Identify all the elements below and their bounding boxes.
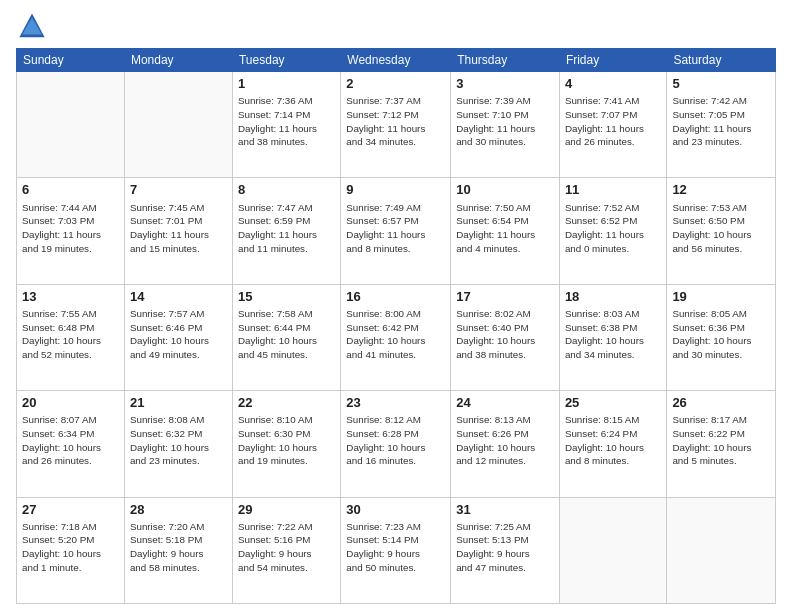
day-number: 8 xyxy=(238,181,335,199)
day-info: Sunrise: 8:05 AM Sunset: 6:36 PM Dayligh… xyxy=(672,307,770,362)
day-info: Sunrise: 7:25 AM Sunset: 5:13 PM Dayligh… xyxy=(456,520,554,575)
day-info: Sunrise: 8:15 AM Sunset: 6:24 PM Dayligh… xyxy=(565,413,662,468)
day-number: 14 xyxy=(130,288,227,306)
day-number: 6 xyxy=(22,181,119,199)
day-info: Sunrise: 8:07 AM Sunset: 6:34 PM Dayligh… xyxy=(22,413,119,468)
day-number: 20 xyxy=(22,394,119,412)
calendar-cell: 30Sunrise: 7:23 AM Sunset: 5:14 PM Dayli… xyxy=(341,497,451,603)
day-info: Sunrise: 7:57 AM Sunset: 6:46 PM Dayligh… xyxy=(130,307,227,362)
day-info: Sunrise: 8:08 AM Sunset: 6:32 PM Dayligh… xyxy=(130,413,227,468)
day-info: Sunrise: 8:17 AM Sunset: 6:22 PM Dayligh… xyxy=(672,413,770,468)
calendar-cell: 13Sunrise: 7:55 AM Sunset: 6:48 PM Dayli… xyxy=(17,284,125,390)
day-info: Sunrise: 7:50 AM Sunset: 6:54 PM Dayligh… xyxy=(456,201,554,256)
day-info: Sunrise: 7:23 AM Sunset: 5:14 PM Dayligh… xyxy=(346,520,445,575)
weekday-header-wednesday: Wednesday xyxy=(341,49,451,72)
day-info: Sunrise: 8:03 AM Sunset: 6:38 PM Dayligh… xyxy=(565,307,662,362)
calendar-cell: 1Sunrise: 7:36 AM Sunset: 7:14 PM Daylig… xyxy=(232,72,340,178)
day-info: Sunrise: 7:58 AM Sunset: 6:44 PM Dayligh… xyxy=(238,307,335,362)
weekday-header-saturday: Saturday xyxy=(667,49,776,72)
day-info: Sunrise: 7:55 AM Sunset: 6:48 PM Dayligh… xyxy=(22,307,119,362)
day-info: Sunrise: 7:42 AM Sunset: 7:05 PM Dayligh… xyxy=(672,94,770,149)
day-number: 30 xyxy=(346,501,445,519)
calendar-cell: 18Sunrise: 8:03 AM Sunset: 6:38 PM Dayli… xyxy=(559,284,667,390)
day-info: Sunrise: 7:49 AM Sunset: 6:57 PM Dayligh… xyxy=(346,201,445,256)
day-info: Sunrise: 7:36 AM Sunset: 7:14 PM Dayligh… xyxy=(238,94,335,149)
header xyxy=(16,12,776,40)
day-number: 25 xyxy=(565,394,662,412)
day-number: 19 xyxy=(672,288,770,306)
calendar-cell: 16Sunrise: 8:00 AM Sunset: 6:42 PM Dayli… xyxy=(341,284,451,390)
day-number: 18 xyxy=(565,288,662,306)
calendar-cell xyxy=(667,497,776,603)
calendar-cell xyxy=(559,497,667,603)
day-number: 7 xyxy=(130,181,227,199)
day-number: 17 xyxy=(456,288,554,306)
weekday-header-thursday: Thursday xyxy=(451,49,560,72)
day-number: 5 xyxy=(672,75,770,93)
day-info: Sunrise: 7:53 AM Sunset: 6:50 PM Dayligh… xyxy=(672,201,770,256)
day-number: 29 xyxy=(238,501,335,519)
calendar-cell: 7Sunrise: 7:45 AM Sunset: 7:01 PM Daylig… xyxy=(124,178,232,284)
calendar-cell: 27Sunrise: 7:18 AM Sunset: 5:20 PM Dayli… xyxy=(17,497,125,603)
week-row-5: 27Sunrise: 7:18 AM Sunset: 5:20 PM Dayli… xyxy=(17,497,776,603)
calendar-cell: 6Sunrise: 7:44 AM Sunset: 7:03 PM Daylig… xyxy=(17,178,125,284)
calendar-cell: 3Sunrise: 7:39 AM Sunset: 7:10 PM Daylig… xyxy=(451,72,560,178)
calendar-cell: 31Sunrise: 7:25 AM Sunset: 5:13 PM Dayli… xyxy=(451,497,560,603)
day-number: 4 xyxy=(565,75,662,93)
svg-marker-1 xyxy=(22,18,42,35)
page: SundayMondayTuesdayWednesdayThursdayFrid… xyxy=(0,0,792,612)
calendar-cell: 9Sunrise: 7:49 AM Sunset: 6:57 PM Daylig… xyxy=(341,178,451,284)
calendar-cell: 29Sunrise: 7:22 AM Sunset: 5:16 PM Dayli… xyxy=(232,497,340,603)
day-info: Sunrise: 7:45 AM Sunset: 7:01 PM Dayligh… xyxy=(130,201,227,256)
calendar-cell: 20Sunrise: 8:07 AM Sunset: 6:34 PM Dayli… xyxy=(17,391,125,497)
calendar-cell: 28Sunrise: 7:20 AM Sunset: 5:18 PM Dayli… xyxy=(124,497,232,603)
day-number: 15 xyxy=(238,288,335,306)
weekday-header-monday: Monday xyxy=(124,49,232,72)
day-info: Sunrise: 7:37 AM Sunset: 7:12 PM Dayligh… xyxy=(346,94,445,149)
day-number: 28 xyxy=(130,501,227,519)
day-info: Sunrise: 8:13 AM Sunset: 6:26 PM Dayligh… xyxy=(456,413,554,468)
calendar-cell: 8Sunrise: 7:47 AM Sunset: 6:59 PM Daylig… xyxy=(232,178,340,284)
calendar-cell: 21Sunrise: 8:08 AM Sunset: 6:32 PM Dayli… xyxy=(124,391,232,497)
weekday-header-sunday: Sunday xyxy=(17,49,125,72)
calendar-cell: 23Sunrise: 8:12 AM Sunset: 6:28 PM Dayli… xyxy=(341,391,451,497)
logo-area xyxy=(16,12,52,40)
calendar-cell: 4Sunrise: 7:41 AM Sunset: 7:07 PM Daylig… xyxy=(559,72,667,178)
day-info: Sunrise: 7:47 AM Sunset: 6:59 PM Dayligh… xyxy=(238,201,335,256)
calendar-cell: 15Sunrise: 7:58 AM Sunset: 6:44 PM Dayli… xyxy=(232,284,340,390)
day-info: Sunrise: 7:41 AM Sunset: 7:07 PM Dayligh… xyxy=(565,94,662,149)
day-number: 3 xyxy=(456,75,554,93)
day-info: Sunrise: 7:52 AM Sunset: 6:52 PM Dayligh… xyxy=(565,201,662,256)
calendar-cell: 17Sunrise: 8:02 AM Sunset: 6:40 PM Dayli… xyxy=(451,284,560,390)
calendar-cell: 14Sunrise: 7:57 AM Sunset: 6:46 PM Dayli… xyxy=(124,284,232,390)
day-number: 27 xyxy=(22,501,119,519)
day-info: Sunrise: 7:18 AM Sunset: 5:20 PM Dayligh… xyxy=(22,520,119,575)
day-info: Sunrise: 8:10 AM Sunset: 6:30 PM Dayligh… xyxy=(238,413,335,468)
calendar-cell xyxy=(17,72,125,178)
day-number: 9 xyxy=(346,181,445,199)
day-number: 16 xyxy=(346,288,445,306)
day-number: 13 xyxy=(22,288,119,306)
day-number: 21 xyxy=(130,394,227,412)
day-number: 2 xyxy=(346,75,445,93)
day-number: 26 xyxy=(672,394,770,412)
day-number: 31 xyxy=(456,501,554,519)
calendar-cell: 12Sunrise: 7:53 AM Sunset: 6:50 PM Dayli… xyxy=(667,178,776,284)
calendar-cell xyxy=(124,72,232,178)
day-number: 22 xyxy=(238,394,335,412)
weekday-header-row: SundayMondayTuesdayWednesdayThursdayFrid… xyxy=(17,49,776,72)
weekday-header-friday: Friday xyxy=(559,49,667,72)
calendar-cell: 26Sunrise: 8:17 AM Sunset: 6:22 PM Dayli… xyxy=(667,391,776,497)
calendar-cell: 24Sunrise: 8:13 AM Sunset: 6:26 PM Dayli… xyxy=(451,391,560,497)
day-info: Sunrise: 7:22 AM Sunset: 5:16 PM Dayligh… xyxy=(238,520,335,575)
day-info: Sunrise: 7:39 AM Sunset: 7:10 PM Dayligh… xyxy=(456,94,554,149)
calendar-cell: 25Sunrise: 8:15 AM Sunset: 6:24 PM Dayli… xyxy=(559,391,667,497)
day-number: 10 xyxy=(456,181,554,199)
day-info: Sunrise: 8:12 AM Sunset: 6:28 PM Dayligh… xyxy=(346,413,445,468)
logo-icon xyxy=(18,12,46,40)
calendar-cell: 5Sunrise: 7:42 AM Sunset: 7:05 PM Daylig… xyxy=(667,72,776,178)
week-row-2: 6Sunrise: 7:44 AM Sunset: 7:03 PM Daylig… xyxy=(17,178,776,284)
day-number: 23 xyxy=(346,394,445,412)
day-number: 12 xyxy=(672,181,770,199)
day-info: Sunrise: 8:02 AM Sunset: 6:40 PM Dayligh… xyxy=(456,307,554,362)
